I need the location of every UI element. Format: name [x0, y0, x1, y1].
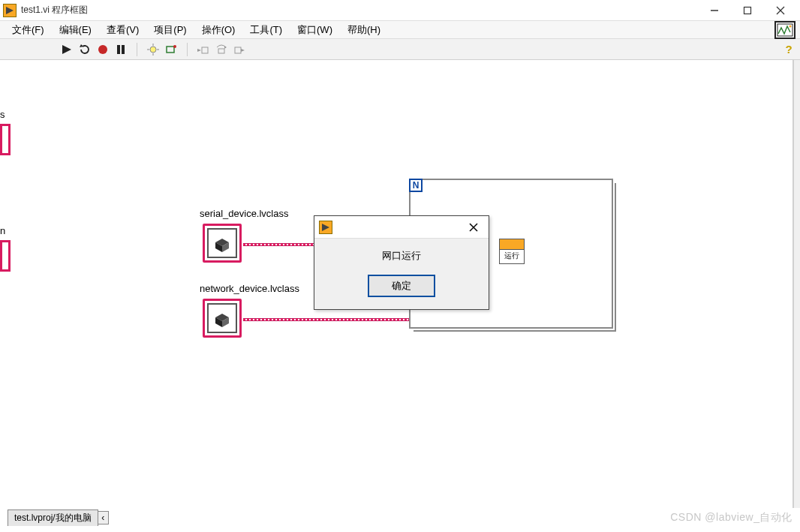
svg-point-12: [150, 47, 156, 53]
vi-icon-connector[interactable]: [774, 21, 795, 39]
svg-rect-21: [218, 49, 224, 53]
titlebar: test1.vi 程序框图: [0, 0, 800, 21]
svg-marker-24: [241, 49, 245, 52]
svg-marker-22: [224, 46, 227, 49]
vscrollbar[interactable]: [794, 60, 800, 508]
menu-file[interactable]: 文件(F): [5, 21, 52, 39]
for-n-terminal[interactable]: N: [409, 179, 423, 192]
menu-edit[interactable]: 编辑(E): [52, 21, 99, 39]
cropped-label-n: n: [0, 225, 5, 236]
svg-rect-2: [744, 7, 751, 14]
run-arrow-icon[interactable]: [60, 43, 74, 56]
pause-icon[interactable]: [114, 43, 128, 56]
menu-tools[interactable]: 工具(T): [242, 21, 290, 39]
dialog-ok-button[interactable]: 确定: [368, 275, 435, 297]
window-close-button[interactable]: [764, 0, 797, 21]
abort-icon[interactable]: [96, 43, 110, 56]
retain-icon[interactable]: [164, 43, 178, 56]
menu-project[interactable]: 项目(P): [146, 21, 194, 39]
menu-help[interactable]: 帮助(H): [340, 21, 388, 39]
svg-rect-11: [122, 45, 125, 54]
menubar: 文件(F) 编辑(E) 查看(V) 项目(P) 操作(O) 工具(T) 窗口(W…: [0, 21, 800, 39]
svg-rect-23: [235, 47, 241, 53]
step-over-icon[interactable]: [215, 43, 228, 56]
minimize-button[interactable]: [698, 0, 731, 21]
breadcrumb[interactable]: test.lvproj/我的电脑: [8, 509, 98, 526]
serial-class-constant[interactable]: [203, 224, 242, 263]
dialog-close-button[interactable]: [463, 218, 484, 236]
dialog-message: 网口运行: [322, 249, 481, 263]
dialog-app-icon: [319, 221, 332, 234]
step-into-icon[interactable]: [197, 43, 210, 56]
labview-app-icon: [3, 4, 17, 17]
svg-point-9: [98, 45, 107, 54]
maximize-button[interactable]: [731, 0, 764, 21]
svg-rect-17: [167, 47, 174, 53]
menu-window[interactable]: 窗口(W): [290, 21, 340, 39]
message-dialog: 网口运行 确定: [314, 215, 489, 310]
svg-marker-20: [197, 49, 201, 52]
step-out-icon[interactable]: [233, 43, 246, 56]
menu-operate[interactable]: 操作(O): [194, 21, 243, 39]
network-class-label: network_device.lvclass: [200, 283, 299, 294]
help-icon[interactable]: ?: [782, 43, 795, 56]
breadcrumb-arrow[interactable]: ‹: [98, 511, 109, 524]
network-class-constant[interactable]: [203, 299, 242, 338]
svg-point-6: [789, 25, 792, 27]
cropped-node-2[interactable]: [0, 240, 11, 272]
serial-class-label: serial_device.lvclass: [200, 208, 289, 219]
toolbar: ?: [0, 39, 800, 60]
svg-marker-31: [322, 224, 329, 231]
watermark: CSDN @labview_自动化: [670, 511, 792, 524]
cropped-node-1[interactable]: [0, 124, 11, 155]
svg-rect-10: [117, 45, 120, 54]
menu-view[interactable]: 查看(V): [99, 21, 146, 39]
svg-marker-7: [62, 45, 71, 54]
run-cont-icon[interactable]: [78, 43, 92, 56]
svg-rect-19: [202, 47, 208, 53]
cropped-label-s: s: [0, 109, 5, 120]
svg-marker-0: [6, 7, 14, 14]
svg-point-18: [173, 45, 176, 48]
wire-network[interactable]: [243, 318, 412, 321]
window-title: test1.vi 程序框图: [21, 4, 698, 17]
highlight-icon[interactable]: [146, 43, 160, 56]
run-subvi-node[interactable]: 运行: [499, 239, 525, 264]
run-subvi-label: 运行: [500, 250, 524, 261]
block-diagram-canvas[interactable]: s n serial_device.lvclass network_device…: [0, 60, 794, 508]
